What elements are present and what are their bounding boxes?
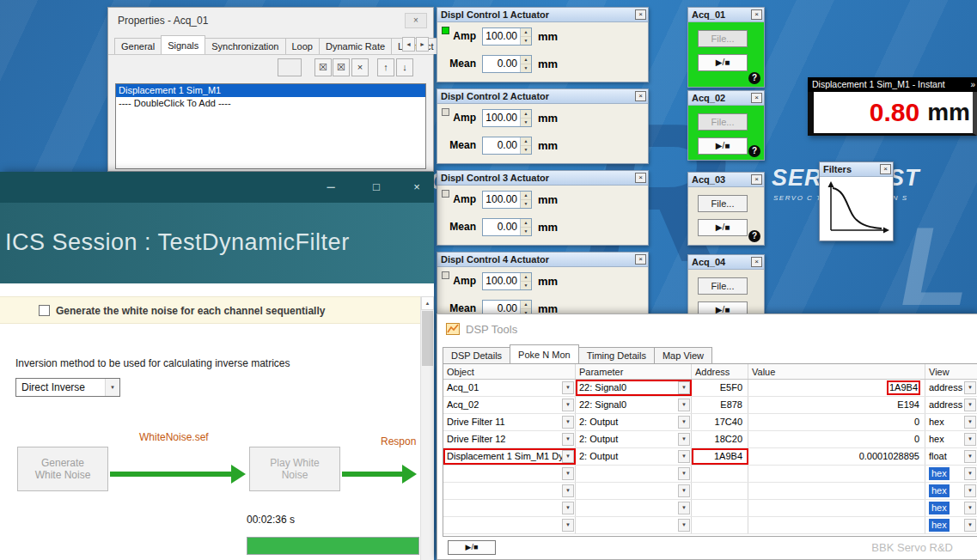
- dropdown-icon[interactable]: ▼: [562, 484, 574, 497]
- spin-up-icon[interactable]: ▲: [521, 137, 531, 146]
- close-button[interactable]: ×: [635, 173, 646, 183]
- sequential-checkbox[interactable]: [39, 305, 50, 316]
- close-button[interactable]: ×: [400, 172, 434, 203]
- parameter-select[interactable]: 22: Signal0 ▼: [576, 380, 692, 396]
- dropdown-icon[interactable]: ▼: [562, 519, 574, 532]
- parameter-select[interactable]: ▼: [576, 500, 692, 516]
- spin-down-icon[interactable]: ▼: [521, 228, 531, 235]
- object-select[interactable]: Displacement 1 Sim_M1 Dyn ▼: [443, 448, 576, 465]
- object-select[interactable]: ▼: [443, 466, 576, 482]
- object-select[interactable]: ▼: [443, 500, 576, 516]
- view-select[interactable]: hex ▼: [925, 500, 977, 516]
- spin-down-icon[interactable]: ▼: [521, 200, 531, 208]
- parameter-select[interactable]: ▼: [576, 466, 692, 482]
- view-select[interactable]: hex ▼: [925, 414, 977, 430]
- dropdown-icon[interactable]: ▼: [678, 484, 690, 497]
- dropdown-icon[interactable]: ▼: [678, 399, 690, 411]
- close-button[interactable]: ×: [751, 257, 762, 267]
- dropdown-icon[interactable]: ▼: [678, 433, 690, 446]
- address-cell[interactable]: [692, 500, 748, 516]
- value-cell[interactable]: E194: [748, 397, 925, 413]
- spin-down-icon[interactable]: ▼: [521, 64, 531, 72]
- scrollbar[interactable]: ▲: [420, 296, 434, 560]
- address-cell[interactable]: 18C20: [692, 431, 748, 447]
- panel-menu-icon[interactable]: »: [970, 77, 975, 92]
- address-cell[interactable]: [692, 517, 748, 533]
- parameter-select[interactable]: 2: Output ▼: [576, 448, 692, 465]
- spin-up-icon[interactable]: ▲: [521, 110, 531, 119]
- file-button[interactable]: File...: [698, 113, 748, 131]
- address-cell[interactable]: [692, 466, 748, 482]
- tab-general[interactable]: General: [114, 38, 162, 54]
- dropdown-icon[interactable]: ▼: [562, 502, 574, 514]
- column-header-view[interactable]: View: [925, 364, 977, 379]
- play-stop-button[interactable]: ▶/■: [448, 540, 496, 555]
- tab-poke-n-mon[interactable]: Poke N Mon: [510, 344, 579, 363]
- spin-down-icon[interactable]: ▼: [521, 37, 531, 45]
- tab-timing-details[interactable]: Timing Details: [578, 347, 655, 363]
- amp-input[interactable]: 100.00 ▲ ▼: [482, 272, 532, 290]
- close-button[interactable]: ×: [751, 93, 762, 103]
- close-button[interactable]: ×: [635, 91, 646, 101]
- dropdown-icon[interactable]: ▼: [964, 450, 976, 463]
- close-button[interactable]: ×: [405, 13, 427, 28]
- tab-scroll-right-icon[interactable]: ►: [416, 37, 429, 52]
- file-button[interactable]: File...: [698, 277, 748, 295]
- value-cell[interactable]: 0: [748, 414, 925, 430]
- play-white-noise-button[interactable]: Play White Noise: [249, 447, 340, 491]
- close-button[interactable]: ×: [751, 9, 762, 20]
- view-select[interactable]: float ▼: [925, 448, 977, 465]
- dropdown-icon[interactable]: ▼: [964, 519, 976, 532]
- view-select[interactable]: hex ▼: [925, 466, 977, 482]
- dropdown-icon[interactable]: ▼: [678, 519, 690, 532]
- list-item-add[interactable]: ---- DoubleClick To Add ----: [116, 97, 425, 110]
- address-cell[interactable]: E5F0: [692, 380, 748, 396]
- play-stop-button[interactable]: ▶/■: [698, 219, 748, 236]
- column-header-parameter[interactable]: Parameter: [576, 364, 692, 379]
- dropdown-icon[interactable]: ▼: [678, 467, 690, 480]
- column-header-value[interactable]: Value: [748, 364, 925, 379]
- tab-scroll-left-icon[interactable]: ◄: [402, 37, 415, 52]
- tab-synchronization[interactable]: Synchronization: [205, 38, 285, 54]
- filter-curve-plot[interactable]: [821, 180, 891, 240]
- minimize-button[interactable]: ─: [314, 172, 348, 203]
- value-cell[interactable]: 0.0001028895: [748, 448, 925, 465]
- value-cell[interactable]: [748, 483, 925, 499]
- value-cell[interactable]: 1A9B4: [748, 380, 925, 396]
- play-stop-button[interactable]: ▶/■: [698, 54, 748, 71]
- amp-input[interactable]: 100.00 ▲ ▼: [482, 109, 532, 127]
- help-icon[interactable]: ?: [748, 145, 760, 157]
- dropdown-icon[interactable]: ▼: [562, 399, 574, 411]
- spin-up-icon[interactable]: ▲: [521, 192, 531, 200]
- dropdown-icon[interactable]: ▼: [964, 399, 976, 411]
- help-icon[interactable]: ?: [748, 230, 760, 242]
- view-select[interactable]: address ▼: [925, 380, 977, 396]
- view-select[interactable]: hex ▼: [925, 483, 977, 499]
- object-select[interactable]: ▼: [443, 483, 576, 499]
- close-button[interactable]: ×: [635, 9, 646, 20]
- tab-signals[interactable]: Signals: [161, 35, 205, 54]
- play-stop-button[interactable]: ▶/■: [698, 137, 748, 155]
- view-select[interactable]: hex ▼: [925, 431, 977, 447]
- scrollbar-thumb[interactable]: [422, 311, 433, 366]
- mean-input[interactable]: 0.00 ▲ ▼: [482, 55, 532, 73]
- file-button[interactable]: File...: [698, 195, 748, 212]
- address-cell[interactable]: 1A9B4: [692, 448, 748, 465]
- amp-input[interactable]: 100.00 ▲ ▼: [482, 27, 532, 46]
- dropdown-icon[interactable]: ▼: [105, 379, 119, 396]
- dropdown-icon[interactable]: ▼: [562, 467, 574, 480]
- move-down-icon[interactable]: ↓: [396, 58, 413, 76]
- spin-down-icon[interactable]: ▼: [521, 282, 531, 289]
- move-up-icon[interactable]: ↑: [377, 58, 394, 76]
- uncheck-all-icon[interactable]: ☒: [333, 58, 350, 76]
- value-cell[interactable]: [748, 466, 925, 482]
- parameter-select[interactable]: 2: Output ▼: [576, 431, 692, 447]
- address-cell[interactable]: E878: [692, 397, 748, 413]
- dropdown-icon[interactable]: ▼: [964, 484, 976, 497]
- dropdown-icon[interactable]: ▼: [964, 381, 976, 394]
- value-cell[interactable]: [748, 500, 925, 516]
- dropdown-icon[interactable]: ▼: [964, 416, 976, 429]
- mean-input[interactable]: 0.00 ▲ ▼: [482, 137, 532, 155]
- tab-map-view[interactable]: Map View: [654, 347, 712, 363]
- view-select[interactable]: address ▼: [925, 397, 977, 413]
